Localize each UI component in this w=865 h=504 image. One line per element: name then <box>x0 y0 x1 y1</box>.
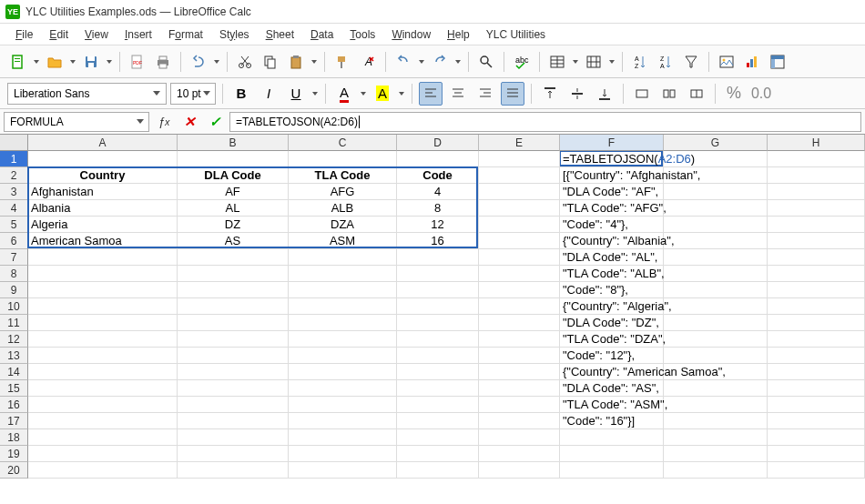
cell-H7[interactable] <box>768 249 865 266</box>
cell-H13[interactable] <box>768 348 865 364</box>
name-box[interactable]: FORMULA <box>4 112 149 132</box>
cell-A7[interactable] <box>28 249 178 266</box>
cell-H4[interactable] <box>768 200 865 217</box>
cell-E9[interactable] <box>479 282 560 298</box>
cell-C11[interactable] <box>289 315 397 331</box>
print-button[interactable] <box>152 51 174 73</box>
cell-E20[interactable] <box>479 462 560 479</box>
select-all-corner[interactable] <box>0 135 28 151</box>
row-header-1[interactable]: 1 <box>0 151 28 167</box>
cell-E7[interactable] <box>479 249 560 266</box>
copy-button[interactable] <box>260 51 281 73</box>
cell-A8[interactable] <box>28 266 178 282</box>
cell-D16[interactable] <box>397 397 479 413</box>
cell-F8-overflow[interactable]: "TLA Code": "ALB", <box>560 266 667 282</box>
cell-E15[interactable] <box>479 380 560 397</box>
align-center-button[interactable] <box>446 82 470 106</box>
cell-H12[interactable] <box>768 331 865 348</box>
cell-B6[interactable]: AS <box>178 233 289 249</box>
cell-E6[interactable] <box>479 233 560 249</box>
cell-F4-overflow[interactable]: "TLA Code": "AFG", <box>560 200 669 217</box>
cell-G9[interactable] <box>664 282 768 298</box>
decimal-button[interactable]: 0.0 <box>749 82 773 106</box>
menu-help[interactable]: Help <box>439 25 478 44</box>
row-header-12[interactable]: 12 <box>0 331 28 348</box>
cell-A19[interactable] <box>28 446 178 462</box>
merge-button[interactable] <box>630 82 654 106</box>
menu-tools[interactable]: Tools <box>341 25 383 44</box>
cell-B19[interactable] <box>178 446 289 462</box>
cell-D8[interactable] <box>397 266 479 282</box>
col-header-H[interactable]: H <box>768 135 865 151</box>
cell-F1-editing[interactable]: =TABLETOJSON(A2:D6) <box>560 151 697 167</box>
font-color-button[interactable]: A <box>332 82 356 106</box>
unmerge-button[interactable] <box>657 82 681 106</box>
cell-G15[interactable] <box>664 380 768 397</box>
cell-B5[interactable]: DZ <box>178 217 289 233</box>
menu-styles[interactable]: Styles <box>211 25 258 44</box>
cell-D6[interactable]: 16 <box>397 233 479 249</box>
paste-button[interactable] <box>285 51 307 73</box>
cell-D15[interactable] <box>397 380 479 397</box>
new-dropdown[interactable] <box>33 52 40 72</box>
col-header-B[interactable]: B <box>178 135 289 151</box>
cell-A3[interactable]: Afghanistan <box>28 184 178 200</box>
cell-B8[interactable] <box>178 266 289 282</box>
cell-C1[interactable] <box>289 151 397 167</box>
cell-B7[interactable] <box>178 249 289 266</box>
row-header-14[interactable]: 14 <box>0 364 28 380</box>
cell-D10[interactable] <box>397 298 479 315</box>
cell-H10[interactable] <box>768 298 865 315</box>
cell-F14-overflow[interactable]: {"Country": "American Samoa", <box>560 364 728 380</box>
cell-D4[interactable]: 8 <box>397 200 479 217</box>
save-button[interactable] <box>80 51 102 73</box>
formula-input[interactable]: =TABLETOJSON(A2:D6) <box>229 112 861 132</box>
cell-F3-overflow[interactable]: "DLA Code": "AF", <box>560 184 661 200</box>
cell-E13[interactable] <box>479 348 560 364</box>
undo-button[interactable] <box>188 51 209 73</box>
bold-button[interactable]: B <box>229 82 253 106</box>
row-header-4[interactable]: 4 <box>0 200 28 217</box>
col-header-E[interactable]: E <box>479 135 560 151</box>
align-right-button[interactable] <box>473 82 497 106</box>
cell-A15[interactable] <box>28 380 178 397</box>
image-button[interactable] <box>716 51 738 73</box>
row-header-18[interactable]: 18 <box>0 429 28 446</box>
cell-C16[interactable] <box>289 397 397 413</box>
spellcheck-button[interactable]: abc <box>511 51 533 73</box>
cell-F16-overflow[interactable]: "TLA Code": "ASM", <box>560 397 670 413</box>
highlight-button[interactable]: A <box>371 82 394 106</box>
row-header-11[interactable]: 11 <box>0 315 28 331</box>
sort-desc-button[interactable]: ZA <box>655 51 677 73</box>
cell-H6[interactable] <box>768 233 865 249</box>
cell-B12[interactable] <box>178 331 289 348</box>
clone-formatting-button[interactable] <box>331 51 353 73</box>
row-headers[interactable]: 1234567891011121314151617181920 <box>0 151 28 479</box>
row-header-5[interactable]: 5 <box>0 217 28 233</box>
cell-H1[interactable] <box>768 151 865 167</box>
row-header-9[interactable]: 9 <box>0 282 28 298</box>
cell-B9[interactable] <box>178 282 289 298</box>
cell-C15[interactable] <box>289 380 397 397</box>
cell-H2[interactable] <box>768 167 865 184</box>
col-header-G[interactable]: G <box>664 135 768 151</box>
cell-G5[interactable] <box>664 217 768 233</box>
cell-A4[interactable]: Albania <box>28 200 178 217</box>
cell-A11[interactable] <box>28 315 178 331</box>
cell-F13-overflow[interactable]: "Code": "12"}, <box>560 348 637 364</box>
cell-H9[interactable] <box>768 282 865 298</box>
cell-F10-overflow[interactable]: {"Country": "Algeria", <box>560 298 675 315</box>
col-header-D[interactable]: D <box>397 135 479 151</box>
cell-E14[interactable] <box>479 364 560 380</box>
open-button[interactable] <box>44 51 66 73</box>
cell-H18[interactable] <box>768 429 865 446</box>
cell-B11[interactable] <box>178 315 289 331</box>
cell-B1[interactable] <box>178 151 289 167</box>
accept-button[interactable]: ✓ <box>204 112 226 132</box>
row-header-10[interactable]: 10 <box>0 298 28 315</box>
cell-E18[interactable] <box>479 429 560 446</box>
cell-D3[interactable]: 4 <box>397 184 479 200</box>
cell-G12[interactable] <box>664 331 768 348</box>
cell-E11[interactable] <box>479 315 560 331</box>
cell-A1[interactable] <box>28 151 178 167</box>
